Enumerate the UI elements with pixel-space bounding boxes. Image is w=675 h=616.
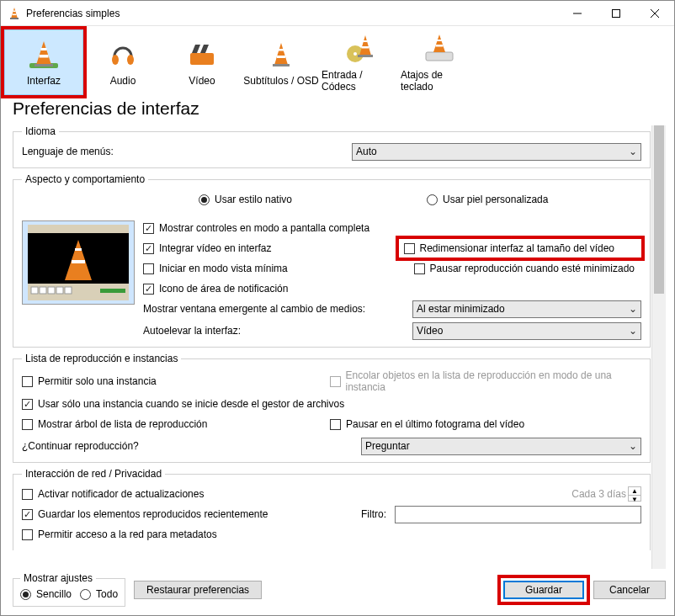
main-content: Preferencias de interfaz Idioma Lenguaje…: [1, 95, 674, 569]
checkbox-resize-to-video[interactable]: Redimensionar interfaz al tamaño del víd…: [399, 239, 641, 258]
spin-update-days[interactable]: Cada 3 días ▲ ▼: [571, 486, 641, 502]
close-button[interactable]: [635, 1, 674, 25]
checkbox-playlist-tree[interactable]: Mostrar árbol de lista de reproducción: [22, 416, 207, 433]
label-autoraise: Autoelevar la interfaz:: [143, 325, 412, 337]
film-icon: [185, 38, 219, 72]
tab-video[interactable]: Vídeo: [162, 29, 242, 95]
radio-custom-skin[interactable]: Usar piel personalizada: [427, 191, 548, 208]
svg-rect-1: [10, 18, 19, 19]
radio-simple[interactable]: Sencillo: [20, 586, 72, 603]
checkbox-pause-minimized[interactable]: Pausar reproducción cuando esté minimiza…: [414, 260, 641, 277]
window-title: Preferencias simples: [26, 8, 558, 19]
select-autoraise[interactable]: Vídeo: [412, 322, 641, 340]
scroll-area: Idioma Lenguaje de menús: Auto Aspecto y…: [13, 125, 666, 569]
checkbox-one-instance[interactable]: Permitir solo una instancia: [22, 373, 157, 390]
checkbox-embed-video[interactable]: Integrar vídeo en interfaz: [143, 240, 271, 257]
legend-privacy: Interacción de red / Privacidad: [22, 468, 165, 480]
tab-label: Vídeo: [189, 75, 215, 87]
legend-show-settings: Mostrar ajustes: [20, 572, 96, 584]
group-aspecto: Aspecto y comportamiento Usar estilo nat…: [13, 173, 651, 348]
svg-rect-40: [48, 287, 55, 294]
checkbox-icon: [330, 376, 341, 387]
titlebar-controls: [558, 1, 674, 25]
maximize-button[interactable]: [597, 1, 635, 25]
svg-rect-2: [13, 10, 15, 12]
checkbox-icon: [143, 263, 154, 274]
checkbox-icon: [404, 243, 415, 254]
svg-rect-25: [358, 55, 373, 57]
svg-rect-42: [65, 287, 72, 294]
scrollbar-thumb[interactable]: [654, 125, 664, 294]
tab-interfaz[interactable]: Interfaz: [4, 29, 83, 95]
checkbox-icon: [143, 284, 154, 295]
select-menu-language[interactable]: Auto: [352, 143, 641, 161]
checkbox-metadata-network[interactable]: Permitir acceso a la red para metadatos: [22, 526, 217, 543]
group-idioma: Idioma Lenguaje de menús: Auto: [13, 125, 651, 168]
cone-disc-icon: [343, 32, 377, 66]
checkbox-icon: [22, 399, 33, 410]
cone-icon: [27, 38, 61, 72]
select-continue-playback[interactable]: Preguntar: [361, 438, 641, 455]
tab-input-codecs[interactable]: Entrada / Códecs: [321, 29, 400, 95]
svg-rect-11: [40, 55, 49, 58]
select-media-change-popup[interactable]: Al estar minimizado: [412, 300, 641, 318]
svg-marker-24: [359, 35, 371, 56]
reset-preferences-button[interactable]: Restaurar preferencias: [134, 581, 262, 599]
svg-rect-21: [277, 56, 285, 58]
svg-rect-36: [72, 260, 85, 263]
input-filter[interactable]: [395, 506, 641, 523]
footer: Mostrar ajustes Sencillo Todo Restaurar …: [1, 569, 674, 615]
tab-subtitles[interactable]: Subtítulos / OSD: [242, 29, 321, 95]
tab-label: Audio: [110, 75, 136, 87]
svg-point-13: [112, 55, 119, 65]
svg-marker-9: [36, 41, 51, 65]
checkbox-one-instance-fm[interactable]: Usar sólo una instancia cuando se inicie…: [22, 396, 344, 412]
svg-point-23: [353, 52, 357, 56]
category-tabs: Interfaz Audio Vídeo Subtítulos / OSD En…: [1, 26, 674, 95]
radio-icon: [199, 194, 210, 205]
cone-keyboard-icon: [423, 32, 456, 66]
tab-audio[interactable]: Audio: [83, 29, 162, 95]
page-title: Preferencias de interfaz: [13, 98, 666, 119]
svg-rect-30: [437, 40, 442, 41]
label-media-change-popup: Mostrar ventana emergente al cambio de m…: [143, 303, 412, 315]
svg-rect-20: [279, 49, 284, 51]
label-menu-language: Lenguaje de menús:: [22, 146, 352, 157]
headphones-icon: [106, 38, 140, 72]
checkbox-save-recent[interactable]: Guardar los elementos reproducidos recie…: [22, 506, 353, 523]
checkbox-start-minimal[interactable]: Iniciar en modo vista mínima: [143, 260, 288, 277]
svg-rect-19: [273, 64, 290, 66]
cancel-button[interactable]: Cancelar: [593, 581, 666, 599]
svg-rect-5: [613, 9, 620, 17]
checkbox-update-notifier[interactable]: Activar notificador de actualizaciones: [22, 486, 204, 502]
checkbox-icon: [22, 419, 33, 430]
minimize-button[interactable]: [558, 1, 597, 25]
svg-marker-18: [274, 43, 288, 65]
scrollbar[interactable]: [651, 125, 666, 569]
checkbox-icon: [22, 376, 33, 387]
svg-rect-10: [41, 48, 47, 50]
svg-rect-38: [31, 287, 38, 294]
checkbox-icon: [143, 243, 154, 254]
tab-label: Atajos de teclado: [401, 69, 478, 93]
save-button[interactable]: Guardar: [503, 581, 584, 599]
svg-marker-17: [200, 45, 209, 53]
radio-native-style[interactable]: Usar estilo nativo: [199, 191, 292, 208]
svg-rect-43: [100, 289, 125, 293]
legend-aspecto: Aspecto y comportamiento: [22, 173, 148, 185]
radio-all[interactable]: Todo: [80, 586, 118, 603]
legend-playlist: Lista de reproducción e instancias: [22, 353, 181, 364]
checkbox-pause-last-frame[interactable]: Pausar en el último fotograma del vídeo: [330, 416, 641, 433]
tab-hotkeys[interactable]: Atajos de teclado: [400, 29, 479, 95]
tab-label: Entrada / Códecs: [322, 69, 399, 93]
checkbox-fullscreen-controls[interactable]: Mostrar controles en modo a pantalla com…: [143, 220, 369, 236]
svg-rect-27: [362, 46, 369, 49]
svg-rect-28: [426, 52, 453, 61]
svg-rect-32: [28, 225, 129, 233]
checkbox-icon: [330, 419, 341, 430]
preferences-window: Preferencias simples Interfaz Audio Víde…: [0, 0, 675, 616]
svg-marker-16: [192, 45, 200, 53]
radio-icon: [427, 194, 438, 205]
checkbox-tray-icon[interactable]: Icono de área de notificación: [143, 280, 288, 297]
app-icon: [8, 7, 21, 20]
